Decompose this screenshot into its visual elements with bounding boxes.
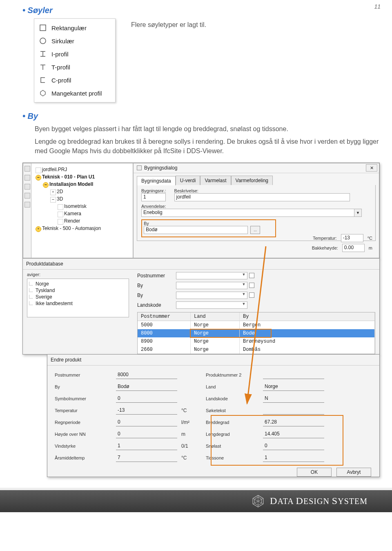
tab-varmefordeling[interactable]: Varmefordeling: [231, 176, 273, 185]
tool-icon[interactable]: [24, 175, 30, 181]
table-row[interactable]: 5000NorgeBergen: [138, 321, 375, 329]
chevron-down-icon[interactable]: ▼: [241, 292, 247, 299]
col-land[interactable]: Land: [191, 312, 240, 321]
rect-icon: [38, 23, 47, 32]
ep-label: By: [55, 384, 112, 389]
tab-bygningsdata[interactable]: Bygningsdata: [137, 176, 176, 185]
produktdatabase-title: Produktdatabase: [23, 259, 379, 270]
profile-item[interactable]: I-profil: [34, 47, 115, 60]
filter-checkbox[interactable]: [249, 273, 254, 278]
tree-node[interactable]: Isometrisk: [57, 203, 131, 210]
footer-text: DATA DESIGN SYSTEM: [270, 495, 368, 506]
profile-label: Rektangulær: [51, 25, 87, 31]
filter-select[interactable]: ▼: [176, 292, 247, 299]
input-bygningsnr[interactable]: 1: [141, 193, 166, 201]
ep-input[interactable]: 0: [116, 431, 177, 438]
svg-point-1: [40, 38, 46, 44]
tree-node[interactable]: Norge: [29, 281, 127, 287]
tree-node[interactable]: Teknisk - 010 - Plan U1: [35, 173, 131, 181]
ep-input[interactable]: 0: [116, 395, 177, 403]
profile-item[interactable]: Mangekantet profil: [34, 87, 115, 100]
intro-text-soyler: Flere søyletyper er lagt til.: [131, 20, 206, 29]
ep-input[interactable]: Bodø: [116, 383, 177, 391]
svg-marker-7: [40, 90, 45, 96]
heading-soyler: Søyler: [22, 6, 380, 15]
ep-input[interactable]: Norge: [263, 383, 324, 391]
temp-area: Temperatur: -13 °C Bakkehøyde: 0.00 m: [312, 234, 372, 254]
ep-input[interactable]: 0: [116, 419, 177, 426]
tree-node[interactable]: Render: [57, 217, 131, 225]
profile-item[interactable]: C-profil: [34, 74, 115, 87]
filter-select[interactable]: ▼: [176, 272, 247, 279]
col-postnummer[interactable]: Postnummer: [138, 312, 191, 321]
input-by[interactable]: Bodø: [144, 226, 248, 234]
table-row[interactable]: 2660NorgeDombås: [138, 346, 375, 354]
paragraph-by-2: Lengde og breddegrad kan brukes til å be…: [35, 137, 380, 156]
chevron-down-icon[interactable]: ▼: [354, 209, 362, 217]
tool-icon[interactable]: [24, 184, 30, 190]
chevron-down-icon[interactable]: ▼: [241, 302, 247, 308]
ep-label: Postnummer: [55, 373, 112, 377]
ep-input[interactable]: 1: [116, 442, 177, 450]
filter-select[interactable]: ▼: [176, 301, 247, 309]
filter-checkbox[interactable]: [249, 292, 254, 298]
ep-label: Søketekst: [206, 408, 259, 413]
tree-node[interactable]: Tyskland: [29, 287, 127, 294]
tree-node[interactable]: jordfeil.PRJ: [35, 166, 131, 173]
c-profile-icon: [38, 76, 47, 85]
endre-produkt-dialog: Endre produkt Postnummer8000 Produktnumm…: [47, 354, 380, 477]
browse-button[interactable]: ...: [250, 226, 260, 234]
chevron-down-icon[interactable]: ▼: [241, 282, 247, 289]
dds-logo-icon: [251, 494, 265, 508]
ep-input[interactable]: 8000: [116, 371, 177, 379]
svg-rect-0: [40, 25, 46, 31]
input-temperatur[interactable]: -13: [341, 234, 363, 242]
city-table[interactable]: Postnummer Land By 5000NorgeBergen 8000N…: [137, 312, 375, 354]
endre-produkt-title: Endre produkt: [47, 355, 379, 366]
tool-icon[interactable]: [24, 193, 30, 199]
ep-label: Regnperiode: [55, 420, 112, 425]
chevron-down-icon[interactable]: ▼: [241, 272, 247, 279]
produktdatabase-dialog: Produktdatabase aviger: Norge Tyskland S…: [22, 258, 380, 355]
tree-node[interactable]: Kamera: [57, 210, 131, 217]
input-beskrivelse[interactable]: jordfeil: [174, 193, 350, 201]
tab-varmelast[interactable]: Varmelast: [200, 176, 231, 185]
select-anvendelse[interactable]: Enebolig: [141, 209, 354, 217]
ep-label: Høyde over NN: [55, 432, 112, 437]
filter-checkbox[interactable]: [249, 283, 254, 288]
project-tree[interactable]: jordfeil.PRJ Teknisk - 010 - Plan U1 Ins…: [31, 163, 133, 258]
profile-item[interactable]: T-profil: [34, 60, 115, 74]
tree-node[interactable]: Sverige: [29, 294, 127, 300]
input-bakkehoyde[interactable]: 0.00: [342, 244, 365, 252]
ep-input[interactable]: [263, 407, 324, 415]
i-profile-icon: [38, 49, 47, 58]
tab-uverdi[interactable]: U-verdi: [176, 176, 200, 185]
ep-input[interactable]: [263, 371, 324, 379]
tree-node[interactable]: Ikke landbestemt: [29, 300, 127, 307]
tree-node[interactable]: Teknisk - 500 - Automasjon: [35, 225, 131, 232]
filter-select[interactable]: ▼: [176, 282, 247, 289]
ep-input[interactable]: N: [263, 395, 324, 403]
tree-node[interactable]: Installasjon Modell: [42, 181, 131, 188]
profile-item[interactable]: Rektangulær: [34, 21, 115, 34]
profile-type-list: Rektangulær Sirkulær I-profil T-profil C…: [34, 18, 116, 103]
tree-node[interactable]: 2D: [49, 188, 131, 195]
dialog-title: Bygningsdialog: [144, 165, 177, 171]
ok-button[interactable]: OK: [297, 468, 332, 477]
col-by[interactable]: By: [240, 312, 375, 321]
circle-icon: [38, 36, 47, 45]
heading-by: By: [22, 112, 380, 121]
country-tree[interactable]: Norge Tyskland Sverige Ikke landbestemt: [27, 279, 129, 317]
table-row[interactable]: 8900NorgeBrønnøysund: [138, 337, 375, 346]
profile-item[interactable]: Sirkulær: [34, 34, 115, 47]
tool-icon[interactable]: [24, 166, 30, 172]
label-bygningsnr: Bygningsnr.:: [141, 188, 166, 193]
tree-node[interactable]: 3D: [49, 195, 131, 203]
cancel-button[interactable]: Avbryt: [336, 468, 371, 477]
ep-input[interactable]: 7: [116, 454, 177, 462]
close-icon[interactable]: ✕: [366, 164, 377, 172]
profile-label: T-profil: [51, 64, 70, 71]
ep-input[interactable]: -13: [116, 407, 177, 415]
profile-label: I-profil: [51, 51, 69, 58]
tool-icon[interactable]: [24, 202, 30, 207]
